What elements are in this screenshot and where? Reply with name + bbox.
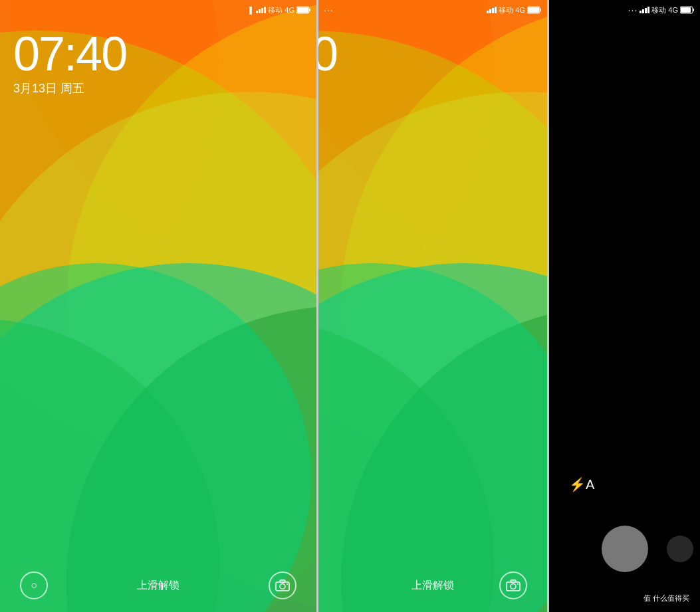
camera-signal-bars (640, 7, 649, 13)
svg-point-15 (280, 584, 285, 589)
camera-shortcut-button[interactable] (269, 571, 296, 599)
smzdm-text: 值 什么值得买 (643, 594, 689, 602)
camera-network: 4G (668, 6, 678, 14)
dots-label: ··· (324, 5, 334, 15)
left-phone: ▌ 移动 4G 07:40 3月13日 周五 ○ 上滑解锁 (0, 0, 316, 612)
smzdm-watermark: 值 什么值得买 (640, 591, 693, 605)
left-status-bar: ▌ 移动 4G (0, 0, 316, 20)
circle-button[interactable]: ○ (20, 571, 48, 599)
clock-date: 3月13日 周五 (13, 80, 126, 96)
right-camera-icon (506, 579, 521, 591)
svg-rect-38 (681, 7, 691, 13)
right-status-bar-left: ··· (324, 0, 334, 20)
circle-icon: ○ (31, 579, 37, 591)
camera-icon (275, 579, 290, 591)
sim-indicator: ▌ (249, 7, 254, 14)
right-network-label: 4G (515, 6, 525, 14)
clock-time: 07:40 (13, 30, 126, 78)
right-camera-shortcut-button[interactable] (499, 571, 527, 599)
network-label: 4G (285, 6, 294, 14)
svg-rect-30 (540, 9, 541, 11)
right-battery-icon (527, 6, 542, 14)
shutter-button[interactable] (602, 526, 648, 572)
right-carrier-label: 移动 (499, 5, 513, 15)
camera-panel: ··· 移动 4G ⚡A 值 什么值得买 (549, 0, 700, 612)
svg-rect-31 (528, 7, 539, 13)
right-clock-time: 0 (316, 30, 338, 78)
svg-point-33 (511, 584, 516, 589)
camera-dots: ··· (628, 5, 638, 15)
svg-rect-13 (297, 7, 308, 13)
slide-unlock-text: 上滑解锁 (137, 579, 179, 593)
right-slide-unlock-text: 上滑解锁 (411, 579, 454, 593)
camera-battery-icon (680, 6, 695, 14)
right-status-bar: 移动 4G (318, 0, 547, 20)
left-clock: 07:40 3月13日 周五 (13, 30, 126, 96)
right-phone: 移动 4G ··· 0 上滑解锁 (316, 0, 549, 612)
camera-mode-button[interactable] (667, 536, 693, 562)
battery-icon (296, 6, 311, 14)
flash-label: ⚡A (569, 477, 594, 492)
right-wallpaper (318, 0, 547, 612)
flash-indicator[interactable]: ⚡A (569, 476, 594, 492)
svg-rect-12 (309, 9, 310, 11)
svg-rect-37 (693, 9, 694, 11)
svg-rect-34 (511, 580, 516, 582)
right-signal-bars (487, 7, 497, 13)
svg-rect-16 (280, 580, 285, 582)
right-clock-partial: 0 (316, 30, 338, 78)
left-bottom-bar: ○ 上滑解锁 (0, 559, 316, 612)
camera-status-bar: ··· 移动 4G (549, 0, 700, 20)
camera-carrier: 移动 (651, 5, 666, 15)
carrier-label: 移动 (268, 5, 283, 15)
svg-point-17 (287, 583, 288, 585)
svg-point-35 (517, 583, 519, 585)
right-bottom-bar: 上滑解锁 (318, 559, 547, 612)
signal-bars (256, 7, 266, 13)
